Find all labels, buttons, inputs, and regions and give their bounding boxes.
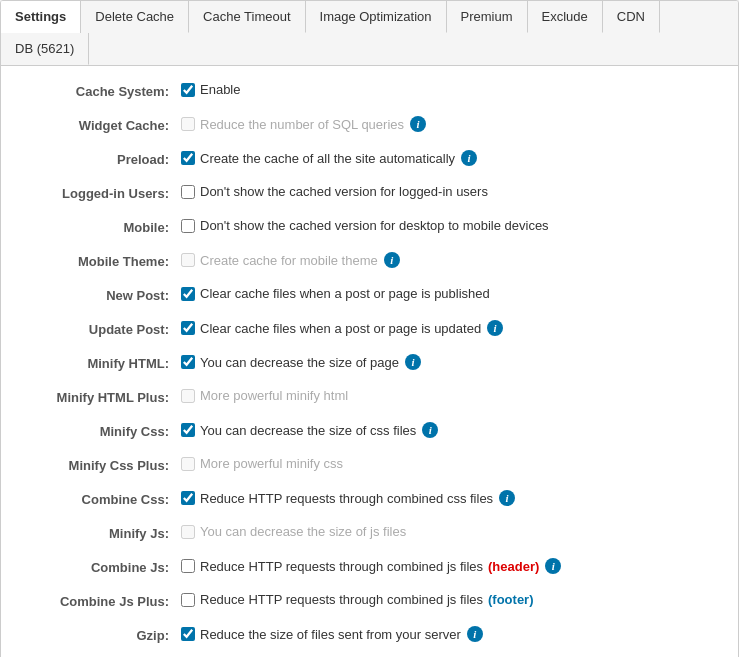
form-row-16: Gzip:Reduce the size of files sent from …: [21, 626, 718, 650]
checkbox-15[interactable]: [181, 593, 195, 607]
info-icon-7[interactable]: i: [487, 320, 503, 336]
checkbox-label-11[interactable]: More powerful minify css: [181, 456, 343, 471]
checkbox-9[interactable]: [181, 389, 195, 403]
checkbox-label-14[interactable]: Reduce HTTP requests through combined js…: [181, 559, 539, 574]
info-icon-8[interactable]: i: [405, 354, 421, 370]
info-icon-10[interactable]: i: [422, 422, 438, 438]
info-icon-5[interactable]: i: [384, 252, 400, 268]
tab-delete-cache[interactable]: Delete Cache: [81, 1, 189, 33]
checkbox-text-4: Don't show the cached version for deskto…: [200, 218, 549, 233]
row-label-2: Preload:: [21, 150, 181, 167]
checkbox-label-15[interactable]: Reduce HTTP requests through combined js…: [181, 592, 534, 607]
info-icon-12[interactable]: i: [499, 490, 515, 506]
row-control-2: Create the cache of all the site automat…: [181, 150, 718, 166]
row-control-15: Reduce HTTP requests through combined js…: [181, 592, 718, 607]
checkbox-text-5: Create cache for mobile theme: [200, 253, 378, 268]
checkbox-10[interactable]: [181, 423, 195, 437]
row-control-9: More powerful minify html: [181, 388, 718, 403]
tab-bar: SettingsDelete CacheCache TimeoutImage O…: [1, 1, 738, 66]
row-label-15: Combine Js Plus:: [21, 592, 181, 609]
checkbox-label-1[interactable]: Reduce the number of SQL queries: [181, 117, 404, 132]
tab-cdn[interactable]: CDN: [603, 1, 660, 33]
form-row-11: Minify Css Plus:More powerful minify css: [21, 456, 718, 480]
checkbox-label-3[interactable]: Don't show the cached version for logged…: [181, 184, 488, 199]
row-label-12: Combine Css:: [21, 490, 181, 507]
tab-premium[interactable]: Premium: [447, 1, 528, 33]
checkbox-2[interactable]: [181, 151, 195, 165]
checkbox-label-6[interactable]: Clear cache files when a post or page is…: [181, 286, 490, 301]
checkbox-label-0[interactable]: Enable: [181, 82, 240, 97]
row-label-0: Cache System:: [21, 82, 181, 99]
checkbox-1[interactable]: [181, 117, 195, 131]
form-row-12: Combine Css:Reduce HTTP requests through…: [21, 490, 718, 514]
checkbox-text-13: You can decrease the size of js files: [200, 524, 406, 539]
checkbox-11[interactable]: [181, 457, 195, 471]
row-control-3: Don't show the cached version for logged…: [181, 184, 718, 199]
tab-image-optimization[interactable]: Image Optimization: [306, 1, 447, 33]
checkbox-5[interactable]: [181, 253, 195, 267]
row-control-13: You can decrease the size of js files: [181, 524, 718, 539]
form-row-3: Logged-in Users:Don't show the cached ve…: [21, 184, 718, 208]
row-label-3: Logged-in Users:: [21, 184, 181, 201]
info-icon-2[interactable]: i: [461, 150, 477, 166]
row-control-12: Reduce HTTP requests through combined cs…: [181, 490, 718, 506]
checkbox-text-6: Clear cache files when a post or page is…: [200, 286, 490, 301]
row-label-5: Mobile Theme:: [21, 252, 181, 269]
checkbox-4[interactable]: [181, 219, 195, 233]
checkbox-label-12[interactable]: Reduce HTTP requests through combined cs…: [181, 491, 493, 506]
row-label-7: Update Post:: [21, 320, 181, 337]
tab-cache-timeout[interactable]: Cache Timeout: [189, 1, 305, 33]
row-label-16: Gzip:: [21, 626, 181, 643]
checkbox-text-2: Create the cache of all the site automat…: [200, 151, 455, 166]
checkbox-13[interactable]: [181, 525, 195, 539]
info-icon-16[interactable]: i: [467, 626, 483, 642]
row-control-8: You can decrease the size of pagei: [181, 354, 718, 370]
checkbox-text-0: Enable: [200, 82, 240, 97]
row-control-1: Reduce the number of SQL queriesi: [181, 116, 718, 132]
checkbox-8[interactable]: [181, 355, 195, 369]
row-control-11: More powerful minify css: [181, 456, 718, 471]
checkbox-label-10[interactable]: You can decrease the size of css files: [181, 423, 416, 438]
row-control-14: Reduce HTTP requests through combined js…: [181, 558, 718, 574]
info-icon-14[interactable]: i: [545, 558, 561, 574]
checkbox-12[interactable]: [181, 491, 195, 505]
form-row-9: Minify HTML Plus:More powerful minify ht…: [21, 388, 718, 412]
row-label-14: Combine Js:: [21, 558, 181, 575]
checkbox-label-4[interactable]: Don't show the cached version for deskto…: [181, 218, 549, 233]
checkbox-label-5[interactable]: Create cache for mobile theme: [181, 253, 378, 268]
row-control-10: You can decrease the size of css filesi: [181, 422, 718, 438]
checkbox-7[interactable]: [181, 321, 195, 335]
row-control-5: Create cache for mobile themei: [181, 252, 718, 268]
checkbox-label-16[interactable]: Reduce the size of files sent from your …: [181, 627, 461, 642]
checkbox-text-15: Reduce HTTP requests through combined js…: [200, 592, 483, 607]
form-row-6: New Post:Clear cache files when a post o…: [21, 286, 718, 310]
row-label-13: Minify Js:: [21, 524, 181, 541]
form-row-10: Minify Css:You can decrease the size of …: [21, 422, 718, 446]
highlight-text-15: (footer): [488, 592, 534, 607]
checkbox-6[interactable]: [181, 287, 195, 301]
form-row-14: Combine Js:Reduce HTTP requests through …: [21, 558, 718, 582]
tab-exclude[interactable]: Exclude: [528, 1, 603, 33]
info-icon-1[interactable]: i: [410, 116, 426, 132]
checkbox-text-10: You can decrease the size of css files: [200, 423, 416, 438]
form-row-0: Cache System:Enable: [21, 82, 718, 106]
checkbox-text-3: Don't show the cached version for logged…: [200, 184, 488, 199]
form-row-7: Update Post:Clear cache files when a pos…: [21, 320, 718, 344]
tab-settings[interactable]: Settings: [1, 1, 81, 34]
checkbox-label-9[interactable]: More powerful minify html: [181, 388, 348, 403]
row-control-7: Clear cache files when a post or page is…: [181, 320, 718, 336]
checkbox-text-14: Reduce HTTP requests through combined js…: [200, 559, 483, 574]
row-label-6: New Post:: [21, 286, 181, 303]
checkbox-0[interactable]: [181, 83, 195, 97]
tab-db[interactable]: DB (5621): [1, 33, 89, 65]
checkbox-14[interactable]: [181, 559, 195, 573]
checkbox-3[interactable]: [181, 185, 195, 199]
checkbox-label-8[interactable]: You can decrease the size of page: [181, 355, 399, 370]
checkbox-label-13[interactable]: You can decrease the size of js files: [181, 524, 406, 539]
checkbox-label-2[interactable]: Create the cache of all the site automat…: [181, 151, 455, 166]
form-row-4: Mobile:Don't show the cached version for…: [21, 218, 718, 242]
checkbox-16[interactable]: [181, 627, 195, 641]
checkbox-text-16: Reduce the size of files sent from your …: [200, 627, 461, 642]
checkbox-label-7[interactable]: Clear cache files when a post or page is…: [181, 321, 481, 336]
row-label-11: Minify Css Plus:: [21, 456, 181, 473]
